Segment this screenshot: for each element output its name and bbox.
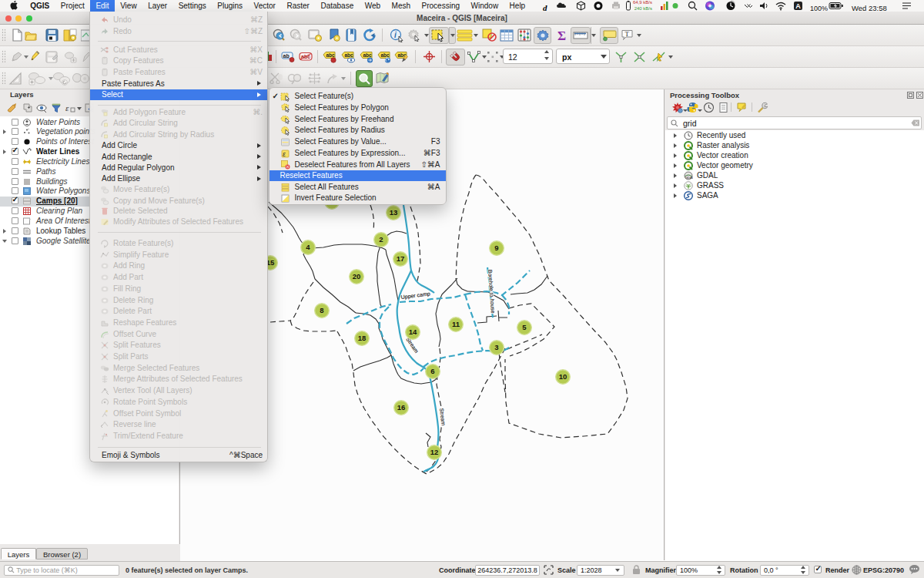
svg-text:5: 5 <box>522 323 527 331</box>
svg-text:ab: ab <box>283 53 290 59</box>
svg-text:2: 2 <box>379 235 383 244</box>
svg-text:16: 16 <box>397 403 406 412</box>
svg-text:Σ: Σ <box>557 29 566 42</box>
svg-text:i: i <box>394 30 397 39</box>
svg-text:20: 20 <box>353 272 361 281</box>
svg-text:abc: abc <box>326 52 336 58</box>
svg-text:8: 8 <box>320 306 323 314</box>
svg-text:ε: ε <box>65 103 69 113</box>
svg-text:6: 6 <box>430 367 434 375</box>
svg-text:12: 12 <box>430 448 439 456</box>
svg-text:Upper camp: Upper camp <box>400 291 430 301</box>
svg-text:abc: abc <box>345 52 354 58</box>
svg-text:T: T <box>625 30 630 38</box>
svg-text:17: 17 <box>397 254 405 263</box>
svg-text:18: 18 <box>358 334 367 342</box>
svg-text:4: 4 <box>306 243 310 251</box>
svg-text:10: 10 <box>559 372 567 381</box>
svg-text:A: A <box>795 2 801 10</box>
svg-text:Stream: Stream <box>439 408 447 425</box>
svg-text:GDAL: GDAL <box>685 175 693 179</box>
svg-text:3: 3 <box>494 343 498 351</box>
svg-text:11: 11 <box>452 320 460 328</box>
svg-text:abc: abc <box>363 52 373 58</box>
svg-text:13: 13 <box>390 208 398 217</box>
svg-text:14: 14 <box>409 328 417 336</box>
svg-text:9: 9 <box>494 244 498 252</box>
svg-text:abc: abc <box>381 52 390 58</box>
